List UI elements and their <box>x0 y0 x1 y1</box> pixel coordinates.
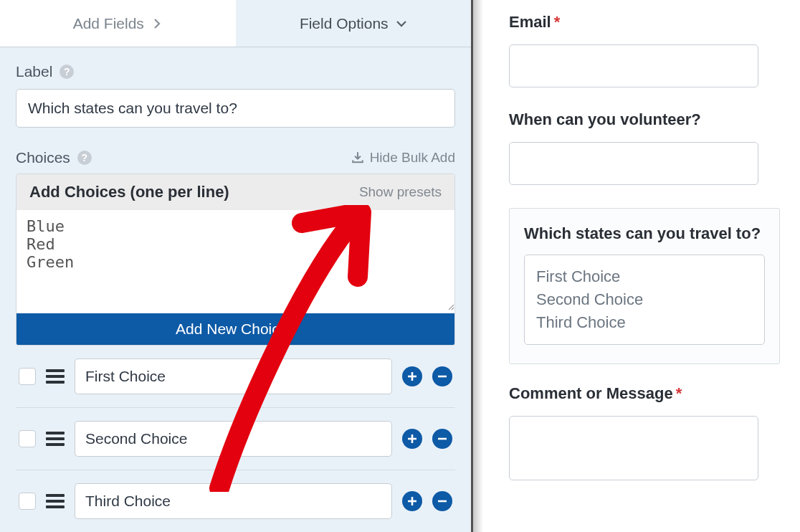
required-indicator: * <box>554 13 561 31</box>
select-option: First Choice <box>536 265 753 288</box>
bulk-add-header: Add Choices (one per line) Show presets <box>16 174 454 210</box>
add-new-choices-button[interactable]: Add New Choices <box>16 313 454 345</box>
select-option: Third Choice <box>536 311 753 334</box>
choice-label-input[interactable] <box>75 421 392 457</box>
plus-icon <box>406 371 418 382</box>
select-option: Second Choice <box>536 288 753 311</box>
choice-label-input[interactable] <box>75 483 392 519</box>
choice-default-checkbox[interactable] <box>19 368 36 385</box>
volunteer-label: When can you volunteer? <box>509 110 786 129</box>
choice-row <box>16 470 455 532</box>
minus-icon <box>437 495 448 507</box>
hide-bulk-label: Hide Bulk Add <box>370 150 455 166</box>
tab-field-options[interactable]: Field Options <box>236 0 472 47</box>
remove-choice-button[interactable] <box>432 366 452 386</box>
tab-label: Add Fields <box>73 15 144 32</box>
bulk-add-card: Add Choices (one per line) Show presets … <box>16 174 455 346</box>
choices-section-header: Choices ? Hide Bulk Add <box>16 149 455 166</box>
preview-field-volunteer: When can you volunteer? <box>509 110 786 185</box>
choice-row <box>16 408 455 470</box>
panel-shadow <box>473 0 483 532</box>
states-label: Which states can you travel to? <box>524 224 765 243</box>
plus-icon <box>406 495 418 507</box>
hide-bulk-add-link[interactable]: Hide Bulk Add <box>351 150 455 166</box>
minus-icon <box>437 433 448 445</box>
add-choice-button[interactable] <box>402 429 422 449</box>
choice-default-checkbox[interactable] <box>19 430 36 447</box>
download-icon <box>351 151 364 164</box>
form-preview: Email* When can you volunteer? Which sta… <box>473 0 800 532</box>
drag-handle-icon[interactable] <box>46 369 65 384</box>
bulk-add-textarea[interactable]: Blue Red Green <box>16 210 454 310</box>
preview-field-comment: Comment or Message* <box>509 384 786 480</box>
tab-add-fields[interactable]: Add Fields <box>0 0 236 47</box>
choice-default-checkbox[interactable] <box>19 493 36 510</box>
remove-choice-button[interactable] <box>432 429 452 449</box>
choice-row <box>16 346 455 408</box>
label-text: Email <box>509 13 551 31</box>
preview-field-states[interactable]: Which states can you travel to? First Ch… <box>509 208 780 364</box>
bulk-add-title: Add Choices (one per line) <box>29 183 229 201</box>
panel-tabs: Add Fields Field Options <box>0 0 471 47</box>
choice-label-input[interactable] <box>75 358 392 394</box>
show-presets-link[interactable]: Show presets <box>359 184 442 200</box>
choices-title: Choices <box>16 149 70 166</box>
volunteer-input[interactable] <box>509 142 758 185</box>
choice-list <box>16 346 455 532</box>
add-choice-button[interactable] <box>402 366 422 386</box>
comment-textarea[interactable] <box>509 416 758 480</box>
email-label: Email* <box>509 13 786 32</box>
add-choice-button[interactable] <box>402 491 422 511</box>
drag-handle-icon[interactable] <box>46 432 65 446</box>
preview-field-email: Email* <box>509 13 786 87</box>
label-section-header: Label ? <box>16 63 455 80</box>
comment-label: Comment or Message* <box>509 384 786 403</box>
drag-handle-icon[interactable] <box>46 494 65 508</box>
tab-label: Field Options <box>300 15 389 32</box>
plus-icon <box>406 433 418 445</box>
chevron-right-icon <box>151 18 163 29</box>
chevron-down-icon <box>396 18 407 29</box>
field-settings-panel: Add Fields Field Options Label ? Choices… <box>0 0 473 532</box>
required-indicator: * <box>676 384 682 402</box>
panel-body: Label ? Choices ? Hide Bulk Add Add Choi… <box>0 47 471 532</box>
help-icon[interactable]: ? <box>77 151 92 165</box>
email-input[interactable] <box>509 44 758 87</box>
minus-icon <box>437 371 448 382</box>
remove-choice-button[interactable] <box>432 491 452 511</box>
label-text: Comment or Message <box>509 384 673 402</box>
states-select[interactable]: First Choice Second Choice Third Choice <box>524 255 765 345</box>
label-input[interactable] <box>16 89 455 128</box>
help-icon[interactable]: ? <box>59 65 74 79</box>
label-title: Label <box>16 63 52 80</box>
